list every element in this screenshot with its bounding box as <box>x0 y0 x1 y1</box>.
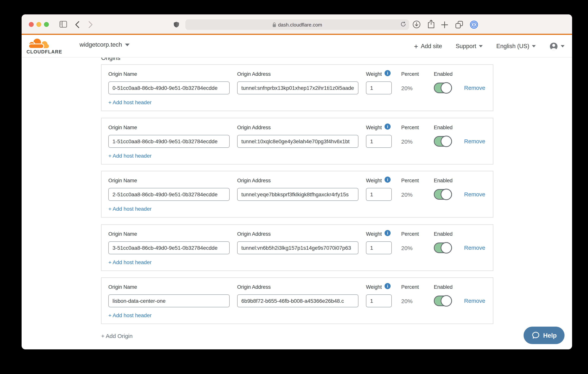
origin-name-label: Origin Name <box>108 284 137 290</box>
support-dropdown[interactable]: Support <box>456 43 483 50</box>
tab-overview-icon[interactable] <box>455 21 463 29</box>
origins-page: Origins Origin Name Origin Address Weigh… <box>21 14 572 349</box>
weight-input[interactable] <box>366 135 392 148</box>
weight-input[interactable] <box>366 82 392 94</box>
origin-address-label: Origin Address <box>237 231 271 237</box>
enabled-toggle[interactable] <box>434 189 452 200</box>
weight-input[interactable] <box>366 241 392 254</box>
sidebar-toggle-icon[interactable] <box>60 21 67 28</box>
add-host-header-link[interactable]: + Add host header <box>108 99 152 105</box>
origin-address-input[interactable] <box>237 294 358 307</box>
add-origin-link[interactable]: + Add Origin <box>101 333 133 339</box>
origin-card: Origin Name Origin Address Weight Percen… <box>101 171 493 217</box>
remove-origin-link[interactable]: Remove <box>464 138 485 144</box>
origin-name-label: Origin Name <box>108 231 137 237</box>
percent-label: Percent <box>401 125 419 130</box>
info-icon[interactable] <box>385 230 391 236</box>
origin-address-label: Origin Address <box>237 178 271 183</box>
origin-address-input[interactable] <box>237 135 358 148</box>
weight-label: Weight <box>366 178 382 183</box>
account-menu[interactable] <box>549 42 565 51</box>
enabled-toggle[interactable] <box>434 136 452 147</box>
downloads-icon[interactable] <box>413 21 420 28</box>
privacy-shield-icon[interactable] <box>174 21 179 28</box>
onepassword-extension-icon[interactable] <box>470 21 478 29</box>
reload-icon[interactable] <box>400 21 406 28</box>
origin-card: Origin Name Origin Address Weight Percen… <box>101 64 493 111</box>
chevron-down-icon <box>479 45 483 47</box>
add-host-header-link[interactable]: + Add host header <box>108 153 152 159</box>
add-host-header-link[interactable]: + Add host header <box>108 312 152 318</box>
toggle-knob <box>441 136 452 147</box>
enabled-label: Enabled <box>434 231 452 237</box>
enabled-toggle[interactable] <box>434 83 452 93</box>
weight-input[interactable] <box>366 188 392 201</box>
percent-value: 20% <box>401 191 413 198</box>
origin-address-label: Origin Address <box>237 71 271 77</box>
origin-address-input[interactable] <box>237 82 358 94</box>
enabled-toggle[interactable] <box>434 243 452 253</box>
browser-toolbar: dash.cloudflare.com <box>21 14 572 35</box>
new-tab-icon[interactable] <box>441 21 448 28</box>
minimize-window-button[interactable] <box>36 22 41 27</box>
address-bar[interactable]: dash.cloudflare.com <box>185 19 409 30</box>
info-icon[interactable] <box>385 283 391 289</box>
origin-name-label: Origin Name <box>108 125 137 130</box>
share-icon[interactable] <box>427 19 435 29</box>
close-window-button[interactable] <box>29 22 34 27</box>
cloudflare-cloud-icon <box>27 38 50 49</box>
support-label: Support <box>456 43 476 50</box>
enabled-toggle[interactable] <box>434 296 452 306</box>
origin-address-label: Origin Address <box>237 125 271 130</box>
weight-label: Weight <box>366 284 382 290</box>
remove-origin-link[interactable]: Remove <box>464 245 485 251</box>
toggle-knob <box>441 295 452 307</box>
cloudflare-logo[interactable]: CLOUDFLARE <box>27 38 57 54</box>
site-selector-dropdown[interactable]: widgetcorp.tech <box>80 41 130 48</box>
add-site-button[interactable]: + Add site <box>414 43 442 50</box>
chevron-down-icon <box>532 45 536 47</box>
chevron-down-icon <box>125 43 130 46</box>
percent-label: Percent <box>401 71 419 77</box>
help-button[interactable]: Help <box>524 327 565 344</box>
browser-window: dash.cloudflare.com <box>21 14 572 349</box>
forward-icon[interactable] <box>88 21 93 28</box>
origin-name-input[interactable] <box>108 294 230 307</box>
cloudflare-wordmark: CLOUDFLARE <box>27 49 57 54</box>
enabled-label: Enabled <box>434 178 452 183</box>
origin-address-input[interactable] <box>237 241 358 254</box>
remove-origin-link[interactable]: Remove <box>464 298 485 304</box>
origin-name-input[interactable] <box>108 82 230 94</box>
origin-name-label: Origin Name <box>108 178 137 183</box>
add-host-header-link[interactable]: + Add host header <box>108 259 152 265</box>
header-actions: + Add site Support English (US) <box>414 35 565 58</box>
info-icon[interactable] <box>385 124 391 129</box>
percent-label: Percent <box>401 284 419 290</box>
origin-name-input[interactable] <box>108 241 230 254</box>
back-icon[interactable] <box>75 21 80 28</box>
remove-origin-link[interactable]: Remove <box>464 191 485 197</box>
info-icon[interactable] <box>385 177 391 183</box>
weight-label: Weight <box>366 125 382 130</box>
weight-input[interactable] <box>366 294 392 307</box>
origin-name-input[interactable] <box>108 188 230 201</box>
toggle-knob <box>441 82 452 94</box>
origin-address-input[interactable] <box>237 188 358 201</box>
fullscreen-window-button[interactable] <box>44 22 49 27</box>
add-host-header-link[interactable]: + Add host header <box>108 206 152 212</box>
language-dropdown[interactable]: English (US) <box>496 43 536 50</box>
origin-card: Origin Name Origin Address Weight Percen… <box>101 277 493 324</box>
percent-value: 20% <box>401 85 413 91</box>
site-selector-label: widgetcorp.tech <box>80 41 122 48</box>
chevron-down-icon <box>561 45 565 47</box>
percent-value: 20% <box>401 298 413 304</box>
info-icon[interactable] <box>385 70 391 76</box>
percent-value: 20% <box>401 138 413 145</box>
percent-value: 20% <box>401 245 413 251</box>
remove-origin-link[interactable]: Remove <box>464 85 485 91</box>
language-label: English (US) <box>496 43 529 50</box>
enabled-label: Enabled <box>434 125 452 130</box>
origin-name-label: Origin Name <box>108 71 137 77</box>
origin-name-input[interactable] <box>108 135 230 148</box>
origin-card: Origin Name Origin Address Weight Percen… <box>101 118 493 164</box>
